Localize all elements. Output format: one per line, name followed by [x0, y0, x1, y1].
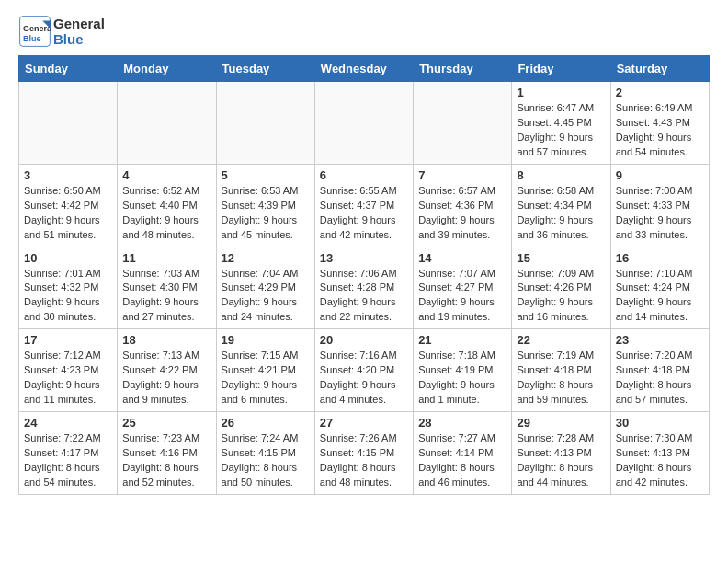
day-info: Sunrise: 7:12 AM Sunset: 4:23 PM Dayligh…: [24, 349, 112, 408]
day-number: 14: [418, 251, 506, 265]
day-info: Sunrise: 7:13 AM Sunset: 4:22 PM Dayligh…: [122, 349, 210, 408]
calendar-cell: [414, 82, 512, 165]
day-number: 3: [24, 168, 112, 182]
calendar-cell: 10Sunrise: 7:01 AM Sunset: 4:32 PM Dayli…: [19, 247, 118, 329]
logo-icon: General Blue: [18, 15, 51, 48]
day-info: Sunrise: 7:06 AM Sunset: 4:28 PM Dayligh…: [320, 267, 408, 326]
day-number: 9: [616, 168, 704, 182]
week-row-3: 10Sunrise: 7:01 AM Sunset: 4:32 PM Dayli…: [19, 247, 710, 329]
day-info: Sunrise: 7:10 AM Sunset: 4:24 PM Dayligh…: [616, 267, 704, 326]
day-info: Sunrise: 6:55 AM Sunset: 4:37 PM Dayligh…: [320, 184, 408, 243]
logo: General Blue GeneralBlue: [18, 15, 105, 48]
calendar-cell: 23Sunrise: 7:20 AM Sunset: 4:18 PM Dayli…: [610, 329, 709, 412]
day-info: Sunrise: 6:58 AM Sunset: 4:34 PM Dayligh…: [517, 184, 605, 243]
weekday-header-friday: Friday: [512, 56, 610, 82]
day-number: 1: [517, 86, 605, 99]
day-number: 7: [418, 168, 506, 182]
day-number: 24: [24, 416, 112, 430]
calendar-cell: 19Sunrise: 7:15 AM Sunset: 4:21 PM Dayli…: [216, 329, 314, 412]
day-info: Sunrise: 7:16 AM Sunset: 4:20 PM Dayligh…: [320, 349, 408, 408]
calendar-cell: 27Sunrise: 7:26 AM Sunset: 4:15 PM Dayli…: [314, 412, 413, 495]
day-info: Sunrise: 6:49 AM Sunset: 4:43 PM Dayligh…: [616, 101, 704, 160]
calendar-cell: 13Sunrise: 7:06 AM Sunset: 4:28 PM Dayli…: [314, 247, 413, 329]
day-info: Sunrise: 6:52 AM Sunset: 4:40 PM Dayligh…: [122, 184, 210, 243]
calendar-cell: 29Sunrise: 7:28 AM Sunset: 4:13 PM Dayli…: [512, 412, 610, 495]
day-number: 18: [122, 333, 210, 347]
day-number: 30: [616, 416, 704, 430]
calendar-cell: 18Sunrise: 7:13 AM Sunset: 4:22 PM Dayli…: [118, 329, 216, 412]
calendar-cell: [314, 82, 413, 165]
day-info: Sunrise: 7:00 AM Sunset: 4:33 PM Dayligh…: [616, 184, 704, 243]
day-info: Sunrise: 6:57 AM Sunset: 4:36 PM Dayligh…: [418, 184, 506, 243]
calendar-cell: 4Sunrise: 6:52 AM Sunset: 4:40 PM Daylig…: [118, 164, 216, 247]
day-info: Sunrise: 7:23 AM Sunset: 4:16 PM Dayligh…: [122, 431, 210, 490]
day-info: Sunrise: 7:04 AM Sunset: 4:29 PM Dayligh…: [222, 267, 310, 326]
calendar-cell: 25Sunrise: 7:23 AM Sunset: 4:16 PM Dayli…: [118, 412, 216, 495]
day-number: 5: [222, 168, 310, 182]
day-info: Sunrise: 7:28 AM Sunset: 4:13 PM Dayligh…: [517, 431, 605, 490]
day-info: Sunrise: 6:53 AM Sunset: 4:39 PM Dayligh…: [222, 184, 310, 243]
week-row-1: 1Sunrise: 6:47 AM Sunset: 4:45 PM Daylig…: [19, 82, 710, 165]
calendar-cell: 12Sunrise: 7:04 AM Sunset: 4:29 PM Dayli…: [216, 247, 314, 329]
day-info: Sunrise: 6:47 AM Sunset: 4:45 PM Dayligh…: [517, 101, 605, 160]
calendar-table: SundayMondayTuesdayWednesdayThursdayFrid…: [18, 55, 710, 495]
day-number: 23: [616, 333, 704, 347]
day-number: 26: [222, 416, 310, 430]
calendar-cell: [216, 82, 314, 165]
calendar-cell: 1Sunrise: 6:47 AM Sunset: 4:45 PM Daylig…: [512, 82, 610, 165]
day-info: Sunrise: 7:18 AM Sunset: 4:19 PM Dayligh…: [418, 349, 506, 408]
calendar-cell: 14Sunrise: 7:07 AM Sunset: 4:27 PM Dayli…: [414, 247, 512, 329]
day-number: 21: [418, 333, 506, 347]
day-info: Sunrise: 7:09 AM Sunset: 4:26 PM Dayligh…: [517, 267, 605, 326]
header: General Blue GeneralBlue: [18, 15, 710, 48]
calendar-cell: 9Sunrise: 7:00 AM Sunset: 4:33 PM Daylig…: [610, 164, 709, 247]
calendar-cell: 8Sunrise: 6:58 AM Sunset: 4:34 PM Daylig…: [512, 164, 610, 247]
day-number: 29: [517, 416, 605, 430]
svg-text:Blue: Blue: [23, 34, 41, 43]
day-info: Sunrise: 7:26 AM Sunset: 4:15 PM Dayligh…: [320, 431, 408, 490]
day-info: Sunrise: 6:50 AM Sunset: 4:42 PM Dayligh…: [24, 184, 112, 243]
day-number: 25: [122, 416, 210, 430]
calendar-cell: 2Sunrise: 6:49 AM Sunset: 4:43 PM Daylig…: [610, 82, 709, 165]
day-info: Sunrise: 7:20 AM Sunset: 4:18 PM Dayligh…: [616, 349, 704, 408]
day-number: 11: [122, 251, 210, 265]
calendar-cell: 15Sunrise: 7:09 AM Sunset: 4:26 PM Dayli…: [512, 247, 610, 329]
day-info: Sunrise: 7:30 AM Sunset: 4:13 PM Dayligh…: [616, 431, 704, 490]
day-number: 17: [24, 333, 112, 347]
week-row-4: 17Sunrise: 7:12 AM Sunset: 4:23 PM Dayli…: [19, 329, 710, 412]
week-row-2: 3Sunrise: 6:50 AM Sunset: 4:42 PM Daylig…: [19, 164, 710, 247]
calendar-cell: 26Sunrise: 7:24 AM Sunset: 4:15 PM Dayli…: [216, 412, 314, 495]
page: General Blue GeneralBlue SundayMondayTue…: [0, 0, 728, 510]
weekday-header-sunday: Sunday: [19, 56, 118, 82]
day-number: 8: [517, 168, 605, 182]
calendar-cell: 3Sunrise: 6:50 AM Sunset: 4:42 PM Daylig…: [19, 164, 118, 247]
calendar-cell: 28Sunrise: 7:27 AM Sunset: 4:14 PM Dayli…: [414, 412, 512, 495]
calendar-cell: 16Sunrise: 7:10 AM Sunset: 4:24 PM Dayli…: [610, 247, 709, 329]
calendar-cell: 30Sunrise: 7:30 AM Sunset: 4:13 PM Dayli…: [610, 412, 709, 495]
day-info: Sunrise: 7:24 AM Sunset: 4:15 PM Dayligh…: [222, 431, 310, 490]
day-number: 28: [418, 416, 506, 430]
calendar-cell: [118, 82, 216, 165]
day-info: Sunrise: 7:03 AM Sunset: 4:30 PM Dayligh…: [122, 267, 210, 326]
day-info: Sunrise: 7:27 AM Sunset: 4:14 PM Dayligh…: [418, 431, 506, 490]
weekday-header-thursday: Thursday: [414, 56, 512, 82]
day-info: Sunrise: 7:15 AM Sunset: 4:21 PM Dayligh…: [222, 349, 310, 408]
day-info: Sunrise: 7:01 AM Sunset: 4:32 PM Dayligh…: [24, 267, 112, 326]
weekday-header-tuesday: Tuesday: [216, 56, 314, 82]
day-info: Sunrise: 7:07 AM Sunset: 4:27 PM Dayligh…: [418, 267, 506, 326]
day-number: 15: [517, 251, 605, 265]
day-number: 10: [24, 251, 112, 265]
weekday-header-row: SundayMondayTuesdayWednesdayThursdayFrid…: [19, 56, 710, 82]
day-info: Sunrise: 7:19 AM Sunset: 4:18 PM Dayligh…: [517, 349, 605, 408]
calendar-cell: 5Sunrise: 6:53 AM Sunset: 4:39 PM Daylig…: [216, 164, 314, 247]
weekday-header-monday: Monday: [118, 56, 216, 82]
day-info: Sunrise: 7:22 AM Sunset: 4:17 PM Dayligh…: [24, 431, 112, 490]
day-number: 2: [616, 86, 704, 99]
day-number: 12: [222, 251, 310, 265]
day-number: 16: [616, 251, 704, 265]
day-number: 13: [320, 251, 408, 265]
day-number: 22: [517, 333, 605, 347]
weekday-header-wednesday: Wednesday: [314, 56, 413, 82]
day-number: 6: [320, 168, 408, 182]
calendar-cell: [19, 82, 118, 165]
